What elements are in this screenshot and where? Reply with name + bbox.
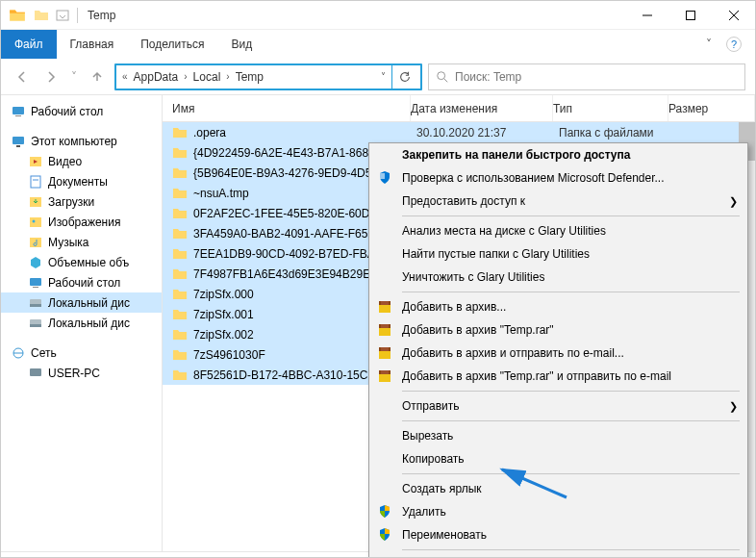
up-button[interactable] bbox=[86, 65, 109, 89]
menu-label: Вырезать bbox=[402, 429, 453, 443]
breadcrumb-seg[interactable]: Temp bbox=[232, 70, 267, 84]
menu-label: Закрепить на панели быстрого доступа bbox=[402, 148, 630, 162]
minimize-button[interactable] bbox=[625, 1, 668, 30]
forward-button[interactable] bbox=[39, 65, 63, 89]
back-button[interactable] bbox=[11, 65, 34, 89]
chevron-icon: › bbox=[224, 71, 231, 82]
ribbon-expand-icon[interactable]: ˅ bbox=[699, 30, 718, 59]
tree-item[interactable]: Локальный дис bbox=[1, 292, 162, 313]
menu-separator bbox=[402, 292, 740, 292]
menu-separator bbox=[402, 216, 740, 216]
col-type[interactable]: Тип bbox=[553, 95, 668, 121]
svg-point-16 bbox=[33, 219, 36, 222]
table-row[interactable]: .opera30.10.2020 21:37Папка с файлами bbox=[163, 122, 755, 142]
svg-rect-23 bbox=[30, 324, 41, 327]
menu-item[interactable]: Копировать bbox=[369, 447, 747, 470]
qat-dropdown-icon[interactable] bbox=[55, 8, 70, 23]
nav-tree[interactable]: Рабочий столЭтот компьютерВидеоДокументы… bbox=[1, 95, 163, 551]
menu-item[interactable]: Найти пустые папки с Glary Utilities bbox=[369, 242, 747, 266]
qat-folder-icon[interactable] bbox=[34, 8, 49, 23]
menu-item[interactable]: Удалить bbox=[369, 500, 747, 523]
menu-item[interactable]: Отправить❯ bbox=[369, 394, 747, 418]
svg-rect-33 bbox=[381, 324, 389, 328]
col-name[interactable]: Имя bbox=[163, 95, 411, 121]
close-button[interactable] bbox=[712, 1, 755, 30]
svg-rect-9 bbox=[13, 137, 24, 144]
svg-rect-19 bbox=[33, 287, 38, 288]
search-placeholder: Поиск: Temp bbox=[455, 70, 521, 84]
menu-separator bbox=[402, 473, 740, 474]
tab-share[interactable]: Поделиться bbox=[127, 30, 217, 59]
tree-label: Локальный дис bbox=[48, 317, 130, 330]
file-name: .opera bbox=[193, 126, 416, 140]
context-menu[interactable]: Закрепить на панели быстрого доступаПров… bbox=[368, 142, 748, 558]
tab-file[interactable]: Файл bbox=[1, 30, 57, 59]
menu-item[interactable]: Закрепить на панели быстрого доступа bbox=[369, 143, 747, 166]
col-date[interactable]: Дата изменения bbox=[411, 95, 553, 121]
search-input[interactable]: Поиск: Temp bbox=[428, 63, 745, 90]
menu-item[interactable]: Проверка с использованием Microsoft Defe… bbox=[369, 166, 747, 190]
svg-rect-30 bbox=[381, 301, 389, 305]
rar-icon bbox=[377, 299, 392, 315]
menu-item[interactable]: Создать ярлык bbox=[369, 477, 747, 500]
tree-label: Музыка bbox=[48, 236, 88, 249]
tree-item[interactable]: Рабочий стол bbox=[1, 101, 162, 121]
menu-label: Проверка с использованием Microsoft Defe… bbox=[402, 171, 665, 185]
refresh-button[interactable] bbox=[391, 64, 416, 89]
tree-item[interactable]: Документы bbox=[1, 171, 162, 191]
menu-label: Добавить в архив "Temp.rar" bbox=[402, 323, 554, 337]
tree-label: Рабочий стол bbox=[48, 276, 120, 290]
menu-label: Добавить в архив "Temp.rar" и отправить … bbox=[402, 369, 671, 383]
search-icon bbox=[435, 70, 450, 84]
tree-label: Объемные объ bbox=[48, 256, 129, 269]
tab-view[interactable]: Вид bbox=[217, 30, 265, 59]
tree-label: Рабочий стол bbox=[31, 105, 103, 118]
breadcrumb-seg[interactable]: Local bbox=[189, 70, 225, 84]
tree-label: Локальный дис bbox=[48, 296, 130, 310]
recent-dropdown[interactable]: ˅ bbox=[68, 65, 80, 89]
menu-item[interactable]: Анализ места на диске с Glary Utilities bbox=[369, 219, 747, 242]
tree-label: Загрузки bbox=[48, 195, 94, 209]
tree-item[interactable]: Музыка bbox=[1, 232, 162, 252]
menu-item[interactable]: Предоставить доступ к❯ bbox=[369, 190, 747, 213]
tree-item[interactable]: Загрузки bbox=[1, 191, 162, 212]
tree-item[interactable]: Объемные объ bbox=[1, 252, 162, 272]
tree-label: Документы bbox=[48, 175, 108, 189]
menu-item[interactable]: Переименовать bbox=[369, 523, 747, 546]
window-title: Temp bbox=[88, 9, 115, 22]
tab-home[interactable]: Главная bbox=[57, 30, 128, 59]
column-headers[interactable]: Имя Дата изменения Тип Размер bbox=[163, 95, 755, 122]
address-dropdown-icon[interactable]: ˅ bbox=[379, 71, 388, 82]
menu-item[interactable]: Уничтожить с Glary Utilities bbox=[369, 266, 747, 289]
menu-item[interactable]: Добавить в архив... bbox=[369, 295, 747, 318]
rar-icon bbox=[377, 345, 392, 361]
menu-label: Добавить в архив... bbox=[402, 300, 506, 314]
tree-item[interactable]: Этот компьютер bbox=[1, 131, 162, 151]
menu-item[interactable]: Добавить в архив "Temp.rar" bbox=[369, 318, 747, 342]
col-size[interactable]: Размер bbox=[668, 95, 755, 121]
svg-line-6 bbox=[444, 78, 448, 82]
tree-item[interactable]: Изображения bbox=[1, 212, 162, 232]
breadcrumb-seg[interactable]: AppData bbox=[130, 70, 183, 84]
help-icon[interactable]: ? bbox=[726, 37, 742, 52]
address-bar[interactable]: « AppData › Local › Temp ˅ bbox=[114, 63, 422, 90]
menu-item[interactable]: Вырезать bbox=[369, 424, 747, 447]
tree-item[interactable]: Рабочий стол bbox=[1, 272, 162, 292]
menu-item[interactable]: Добавить в архив "Temp.rar" и отправить … bbox=[369, 365, 747, 388]
separator bbox=[77, 8, 78, 23]
shield-blue-icon bbox=[377, 170, 392, 186]
tree-item[interactable]: Видео bbox=[1, 151, 162, 171]
tree-label: Изображения bbox=[48, 216, 120, 229]
tree-label: Видео bbox=[48, 155, 82, 168]
tree-item[interactable]: USER-PC bbox=[1, 363, 162, 383]
menu-separator bbox=[402, 391, 740, 392]
tree-item[interactable]: Сеть bbox=[1, 342, 162, 363]
rar-icon bbox=[377, 368, 392, 384]
tree-item[interactable]: Локальный дис bbox=[1, 313, 162, 333]
svg-rect-21 bbox=[30, 304, 41, 307]
menu-label: Отправить bbox=[402, 399, 460, 413]
maximize-button[interactable] bbox=[668, 1, 712, 30]
menu-item[interactable]: Добавить в архив и отправить по e-mail..… bbox=[369, 342, 747, 365]
svg-point-5 bbox=[438, 71, 445, 79]
tree-label: Этот компьютер bbox=[31, 135, 117, 148]
